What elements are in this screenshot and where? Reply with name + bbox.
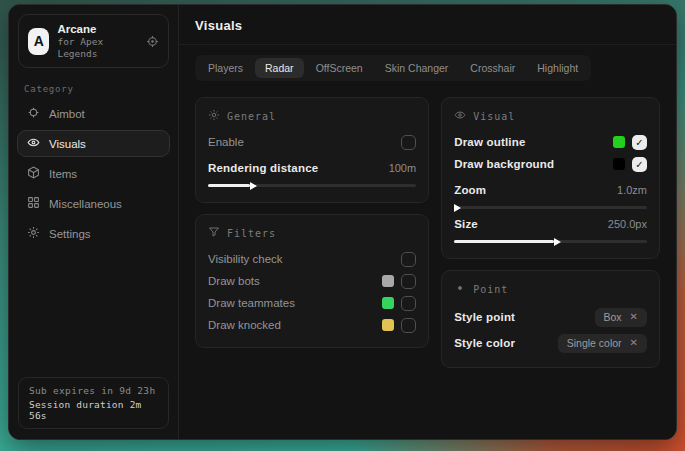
draw-background-label: Draw background — [454, 158, 554, 170]
cube-icon — [27, 166, 40, 181]
page-title: Visuals — [195, 18, 660, 33]
style-point-label: Style point — [454, 311, 515, 323]
rendering-distance-value: 100m — [389, 162, 417, 174]
tab-players[interactable]: Players — [198, 58, 253, 78]
style-point-value: Box — [604, 311, 622, 323]
draw-knocked-color-swatch[interactable] — [382, 319, 394, 331]
size-value: 250.0px — [608, 218, 647, 230]
main-header: Visuals — [179, 5, 676, 45]
draw-teammates-checkbox[interactable] — [401, 296, 416, 311]
draw-background-checkbox[interactable] — [632, 157, 647, 172]
draw-bots-color-swatch[interactable] — [382, 275, 394, 287]
draw-teammates-label: Draw teammates — [208, 297, 295, 309]
draw-outline-checkbox[interactable] — [632, 135, 647, 150]
app-subtitle: for Apex Legends — [57, 36, 130, 60]
draw-knocked-label: Draw knocked — [208, 319, 281, 331]
eye-icon — [27, 136, 40, 151]
tab-offscreen[interactable]: OffScreen — [306, 58, 373, 78]
size-label: Size — [454, 218, 478, 230]
draw-outline-label: Draw outline — [454, 136, 525, 148]
app-logo: A — [28, 28, 49, 55]
sidebar-nav: Aimbot Visuals Items — [9, 98, 178, 249]
style-point-dropdown[interactable]: Box ✕ — [595, 308, 647, 327]
filters-card: Filters Visibility check Draw bots — [195, 214, 429, 348]
grid-icon — [27, 196, 40, 211]
general-card: General Enable Rendering distance 100m — [195, 97, 429, 203]
visibility-check-checkbox[interactable] — [401, 252, 416, 267]
card-title: Filters — [227, 228, 276, 239]
funnel-icon — [208, 224, 220, 242]
sidebar-item-label: Aimbot — [49, 108, 85, 120]
visual-card: Visual Draw outline Draw background — [441, 97, 660, 259]
sidebar: A Arcane for Apex Legends Category — [9, 5, 179, 439]
session-info: Sub expires in 9d 23h Session duration 2… — [18, 377, 169, 429]
app-window: A Arcane for Apex Legends Category — [8, 4, 677, 440]
sidebar-item-label: Visuals — [49, 138, 86, 150]
card-title: Visual — [473, 111, 515, 122]
sub-expires-text: Sub expires in 9d 23h — [29, 385, 158, 396]
sidebar-item-aimbot[interactable]: Aimbot — [17, 100, 170, 127]
app-title: Arcane — [57, 22, 130, 36]
card-title: General — [227, 111, 276, 122]
rendering-distance-slider[interactable] — [208, 184, 416, 187]
close-icon[interactable]: ✕ — [630, 338, 638, 348]
draw-teammates-color-swatch[interactable] — [382, 297, 394, 309]
session-duration-text: Session duration 2m 56s — [29, 399, 158, 421]
point-card: Point Style point Box ✕ Style color Sing… — [441, 270, 660, 368]
draw-outline-color-swatch[interactable] — [613, 136, 625, 148]
gear-icon — [208, 107, 220, 125]
card-title: Point — [473, 284, 508, 295]
style-color-dropdown[interactable]: Single color ✕ — [558, 334, 647, 353]
target-icon[interactable] — [146, 35, 159, 48]
zoom-label: Zoom — [454, 184, 486, 196]
style-color-value: Single color — [567, 337, 622, 349]
style-color-label: Style color — [454, 337, 515, 349]
draw-bots-checkbox[interactable] — [401, 274, 416, 289]
sidebar-item-settings[interactable]: Settings — [17, 220, 170, 247]
slider-fill — [208, 184, 250, 187]
tab-highlight[interactable]: Highlight — [527, 58, 588, 78]
eye-icon — [454, 107, 466, 125]
visuals-tabbar: Players Radar OffScreen Skin Changer Cro… — [195, 55, 591, 81]
zoom-value: 1.0zm — [617, 184, 647, 196]
enable-checkbox[interactable] — [401, 135, 416, 150]
gear-icon — [27, 226, 40, 241]
draw-background-color-swatch[interactable] — [613, 158, 625, 170]
size-slider[interactable] — [454, 240, 647, 243]
sidebar-item-label: Miscellaneous — [49, 198, 122, 210]
tab-skin-changer[interactable]: Skin Changer — [375, 58, 459, 78]
sidebar-item-label: Settings — [49, 228, 91, 240]
zoom-slider[interactable] — [454, 206, 647, 209]
draw-bots-label: Draw bots — [208, 275, 260, 287]
tab-radar[interactable]: Radar — [255, 58, 304, 78]
app-header: A Arcane for Apex Legends — [18, 14, 169, 68]
tab-crosshair[interactable]: Crosshair — [460, 58, 525, 78]
sidebar-item-miscellaneous[interactable]: Miscellaneous — [17, 190, 170, 217]
point-icon — [454, 280, 466, 298]
crosshair-icon — [27, 106, 40, 121]
sidebar-item-visuals[interactable]: Visuals — [17, 130, 170, 157]
slider-fill — [454, 240, 554, 243]
rendering-distance-label: Rendering distance — [208, 162, 318, 174]
enable-label: Enable — [208, 136, 244, 148]
main-panel: Visuals Players Radar OffScreen Skin Cha… — [179, 5, 676, 439]
close-icon[interactable]: ✕ — [630, 312, 638, 322]
sidebar-item-items[interactable]: Items — [17, 160, 170, 187]
visibility-check-label: Visibility check — [208, 253, 283, 265]
draw-knocked-checkbox[interactable] — [401, 318, 416, 333]
category-label: Category — [24, 84, 163, 94]
sidebar-item-label: Items — [49, 168, 77, 180]
